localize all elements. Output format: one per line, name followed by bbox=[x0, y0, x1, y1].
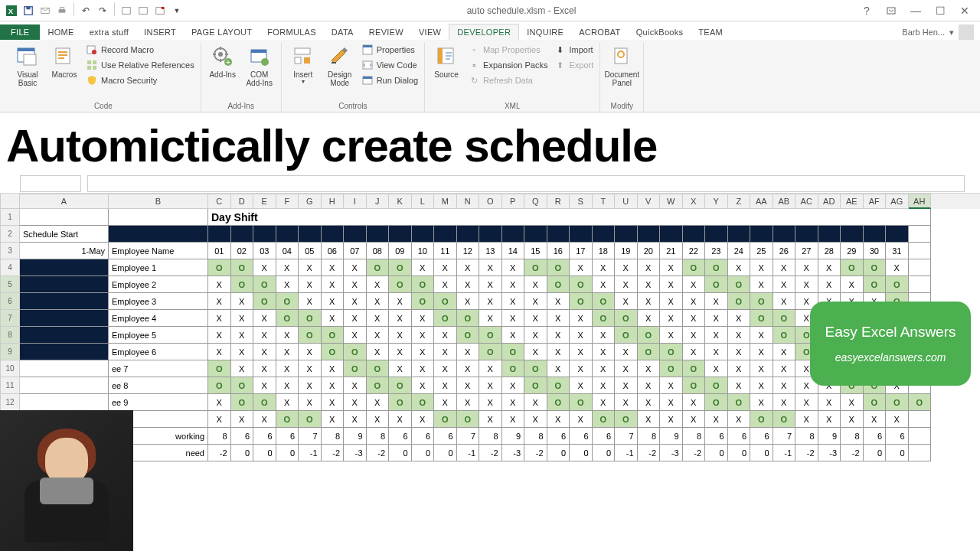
cell[interactable]: X bbox=[299, 276, 322, 293]
cell[interactable]: Employee 2 bbox=[109, 276, 208, 293]
cell[interactable]: 0 bbox=[750, 445, 773, 461]
cell[interactable] bbox=[20, 377, 109, 394]
cell[interactable]: X bbox=[253, 411, 276, 428]
col-header[interactable]: V bbox=[638, 194, 661, 209]
cell[interactable] bbox=[864, 226, 887, 243]
col-header[interactable]: AB bbox=[773, 194, 796, 209]
cell[interactable]: 7 bbox=[615, 428, 638, 445]
cell[interactable]: X bbox=[502, 310, 525, 327]
cell[interactable]: X bbox=[253, 360, 276, 377]
cell[interactable]: X bbox=[253, 377, 276, 394]
cell[interactable]: -2 bbox=[683, 445, 706, 461]
cell[interactable]: ee 8 bbox=[109, 377, 208, 394]
col-header[interactable]: AD bbox=[818, 194, 841, 209]
col-header[interactable]: Q bbox=[524, 194, 547, 209]
cell[interactable]: O bbox=[750, 411, 773, 428]
cell[interactable] bbox=[20, 259, 109, 276]
tab-home[interactable]: HOME bbox=[40, 24, 81, 40]
cell[interactable]: O bbox=[547, 394, 570, 411]
cell[interactable]: X bbox=[593, 276, 616, 293]
cell[interactable]: X bbox=[547, 344, 570, 360]
cell[interactable]: -3 bbox=[344, 445, 367, 461]
cell[interactable]: X bbox=[389, 411, 412, 428]
cell[interactable]: -2 bbox=[367, 445, 390, 461]
cell[interactable]: O bbox=[502, 360, 525, 377]
cell[interactable]: X bbox=[322, 360, 345, 377]
col-header[interactable]: G bbox=[299, 194, 322, 209]
cell[interactable] bbox=[750, 226, 773, 243]
cell[interactable]: O bbox=[457, 411, 480, 428]
cell[interactable]: X bbox=[208, 344, 231, 360]
cell[interactable]: X bbox=[524, 394, 547, 411]
title-cell[interactable]: Day Shift bbox=[208, 209, 909, 226]
cell[interactable] bbox=[841, 226, 864, 243]
cell[interactable] bbox=[909, 428, 932, 445]
cell[interactable]: O bbox=[524, 259, 547, 276]
cell[interactable]: X bbox=[660, 310, 683, 327]
cell[interactable]: X bbox=[344, 293, 367, 310]
cell[interactable]: O bbox=[231, 377, 254, 394]
cell[interactable] bbox=[909, 411, 932, 428]
cell[interactable]: X bbox=[524, 411, 547, 428]
cell[interactable]: X bbox=[412, 344, 435, 360]
cell[interactable]: O bbox=[864, 259, 887, 276]
cell[interactable]: X bbox=[299, 360, 322, 377]
cell[interactable]: X bbox=[479, 259, 502, 276]
cell[interactable]: O bbox=[322, 327, 345, 344]
cell[interactable]: 17 bbox=[570, 243, 593, 259]
cell[interactable]: 04 bbox=[276, 243, 299, 259]
cell[interactable] bbox=[109, 209, 208, 226]
cell[interactable]: O bbox=[728, 276, 751, 293]
cell[interactable] bbox=[909, 226, 932, 243]
cell[interactable]: X bbox=[457, 276, 480, 293]
cell[interactable]: 6 bbox=[434, 428, 457, 445]
row-header[interactable]: 4 bbox=[0, 259, 20, 276]
cell[interactable]: O bbox=[773, 411, 796, 428]
cell[interactable]: X bbox=[683, 411, 706, 428]
cell[interactable]: O bbox=[638, 327, 661, 344]
cell[interactable]: X bbox=[638, 310, 661, 327]
cell[interactable]: 30 bbox=[864, 243, 887, 259]
cell[interactable]: O bbox=[547, 259, 570, 276]
cell[interactable]: O bbox=[886, 276, 909, 293]
email-icon[interactable] bbox=[37, 2, 54, 19]
cell[interactable]: 10 bbox=[412, 243, 435, 259]
cell[interactable]: X bbox=[660, 259, 683, 276]
cell[interactable]: O bbox=[683, 360, 706, 377]
row-header[interactable]: 7 bbox=[0, 310, 20, 327]
cell[interactable]: O bbox=[322, 344, 345, 360]
cell[interactable]: X bbox=[457, 360, 480, 377]
cell[interactable]: X bbox=[547, 327, 570, 344]
cell[interactable]: X bbox=[299, 394, 322, 411]
cell[interactable] bbox=[20, 344, 109, 360]
cell[interactable]: X bbox=[457, 344, 480, 360]
tab-inquire[interactable]: INQUIRE bbox=[519, 24, 571, 40]
cell[interactable]: X bbox=[547, 310, 570, 327]
cell[interactable]: X bbox=[728, 360, 751, 377]
cell[interactable]: Employee Name bbox=[109, 243, 208, 259]
cell[interactable]: X bbox=[231, 310, 254, 327]
cell[interactable]: O bbox=[750, 310, 773, 327]
cell[interactable]: X bbox=[389, 344, 412, 360]
col-header[interactable]: B bbox=[109, 194, 208, 209]
cell[interactable]: X bbox=[818, 276, 841, 293]
document-panel-button[interactable]: Document Panel bbox=[605, 43, 639, 89]
tab-view[interactable]: VIEW bbox=[411, 24, 449, 40]
cell[interactable]: X bbox=[818, 411, 841, 428]
cell[interactable]: O bbox=[705, 394, 728, 411]
cell[interactable]: 7 bbox=[457, 428, 480, 445]
ribbon-options-icon[interactable] bbox=[882, 3, 900, 18]
col-header[interactable]: O bbox=[479, 194, 502, 209]
cell[interactable]: 0 bbox=[570, 445, 593, 461]
qat-icon[interactable] bbox=[118, 2, 135, 19]
cell[interactable]: O bbox=[683, 377, 706, 394]
cell[interactable]: X bbox=[524, 276, 547, 293]
cell[interactable]: X bbox=[795, 394, 818, 411]
cell[interactable]: O bbox=[773, 310, 796, 327]
cell[interactable]: O bbox=[344, 360, 367, 377]
cell[interactable]: 20 bbox=[638, 243, 661, 259]
cell[interactable]: X bbox=[773, 360, 796, 377]
cell[interactable]: X bbox=[660, 327, 683, 344]
cell[interactable] bbox=[728, 226, 751, 243]
macro-security-button[interactable]: Macro Security bbox=[84, 73, 196, 87]
